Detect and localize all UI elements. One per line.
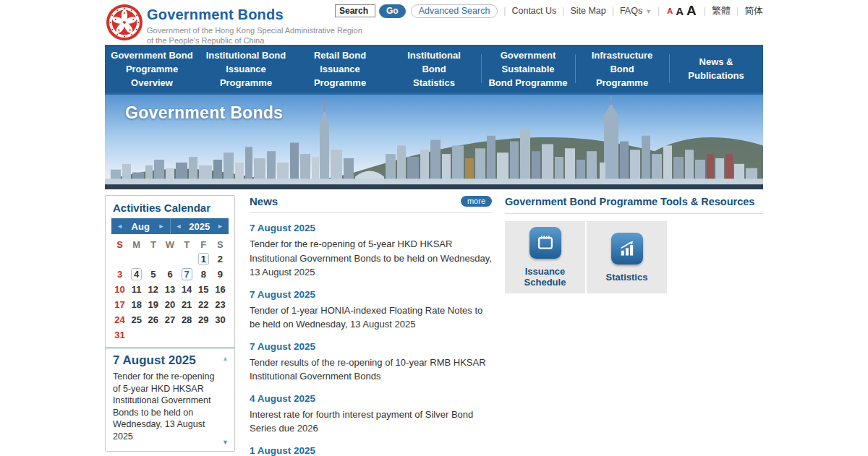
nav-item[interactable]: Institutional BondIssuanceProgramme bbox=[199, 45, 293, 93]
advanced-search-button[interactable]: Advanced Search bbox=[411, 4, 498, 18]
calendar-day-cell bbox=[145, 253, 161, 265]
nav-item[interactable]: InstitutionalBondStatistics bbox=[387, 45, 481, 93]
calendar-day-cell[interactable]: 10 bbox=[111, 283, 128, 296]
calendar-day-cell bbox=[212, 329, 229, 341]
calendar-day-cell[interactable]: 1 bbox=[195, 253, 212, 265]
site-subtitle: Government of the Hong Kong Special Admi… bbox=[147, 25, 362, 46]
nav-item-line: Sustainable bbox=[502, 62, 555, 76]
lang-simplified-chinese-link[interactable]: 简体 bbox=[744, 4, 763, 17]
news-list: 7 August 2025Tender for the re-opening o… bbox=[250, 223, 492, 456]
statistics-tile[interactable]: Statistics bbox=[587, 221, 667, 293]
calendar-day-cell[interactable]: 4 bbox=[128, 268, 145, 280]
nav-item-line: Overview bbox=[131, 76, 173, 90]
calendar-day-cell[interactable]: 7 bbox=[179, 268, 195, 280]
calendar-day-cell bbox=[179, 253, 195, 265]
divider: | bbox=[612, 6, 614, 16]
calendar-day-cell[interactable]: 19 bbox=[145, 298, 161, 311]
calendar-day-cell[interactable]: 30 bbox=[212, 314, 229, 326]
calendar-day-cell[interactable]: 21 bbox=[179, 298, 195, 311]
calendar-day-cell[interactable]: 18 bbox=[128, 298, 145, 311]
prev-month-button[interactable]: ◄ bbox=[116, 223, 123, 230]
news-more-button[interactable]: more bbox=[461, 196, 492, 207]
calendar-day-cell[interactable]: 23 bbox=[212, 298, 229, 311]
news-item-text: Tender for the re-opening of 5-year HKD … bbox=[250, 237, 492, 280]
calendar-day-cell[interactable]: 12 bbox=[145, 283, 161, 296]
nav-item-line: Government bbox=[501, 48, 556, 62]
tools-section: Government Bond Programme Tools & Resour… bbox=[505, 195, 763, 293]
nav-item-line: Bond bbox=[610, 62, 634, 76]
calendar-day-cell[interactable]: 13 bbox=[161, 283, 178, 296]
contact-us-link[interactable]: Contact Us bbox=[511, 6, 556, 16]
news-title: News bbox=[250, 195, 278, 207]
prev-year-button[interactable]: ◄ bbox=[176, 223, 182, 230]
news-item[interactable]: 7 August 2025Tender results of the re-op… bbox=[250, 341, 492, 384]
calendar-day-cell[interactable]: 3 bbox=[111, 268, 128, 280]
calendar-day-cell[interactable]: 15 bbox=[195, 283, 212, 296]
lang-traditional-chinese-link[interactable]: 繁體 bbox=[712, 4, 731, 17]
calendar-day-cell[interactable]: 2 bbox=[212, 253, 229, 265]
calendar-day-cell bbox=[161, 253, 178, 265]
calendar-day-cell[interactable]: 24 bbox=[111, 314, 128, 326]
news-item[interactable]: 7 August 2025Tender of 1-year HONIA-inde… bbox=[250, 289, 492, 332]
page: Government Bonds Government of the Hong … bbox=[105, 0, 763, 45]
nav-item[interactable]: InfrastructureBondProgramme bbox=[575, 45, 669, 93]
calendar-day-header: T bbox=[145, 239, 161, 250]
bar-chart-icon bbox=[611, 233, 643, 264]
event-date: 7 August 2025 bbox=[113, 353, 227, 368]
calendar-day-cell[interactable]: 14 bbox=[179, 283, 195, 296]
scroll-down-icon[interactable]: ▼ bbox=[222, 439, 229, 446]
tile-label: Issuance Schedule bbox=[505, 266, 585, 288]
calendar-day-cell[interactable]: 9 bbox=[212, 268, 229, 280]
calendar-day-cell[interactable]: 28 bbox=[179, 314, 195, 326]
nav-item[interactable]: Government BondProgrammeOverview bbox=[105, 45, 199, 93]
news-item[interactable]: 7 August 2025Tender for the re-opening o… bbox=[250, 223, 492, 280]
calendar-day-cell[interactable]: 26 bbox=[145, 314, 161, 326]
nav-item[interactable]: GovernmentSustainableBond Programme bbox=[481, 45, 575, 93]
calendar-day-cell[interactable]: 17 bbox=[111, 298, 128, 311]
calendar-day-cell bbox=[128, 329, 145, 341]
search-go-button[interactable]: Go bbox=[379, 4, 406, 18]
next-month-button[interactable]: ► bbox=[158, 223, 165, 230]
calendar-day-cell[interactable]: 20 bbox=[161, 298, 178, 311]
hksar-emblem-logo bbox=[106, 4, 142, 40]
calendar-day-cell bbox=[128, 253, 145, 265]
news-item-text: Tender results of the re-opening of 10-y… bbox=[250, 356, 492, 384]
font-size-medium-button[interactable]: A bbox=[676, 5, 684, 17]
nav-item-line: Programme bbox=[126, 62, 178, 76]
calendar-day-cell[interactable]: 29 bbox=[195, 314, 212, 326]
calendar-day-cell[interactable]: 11 bbox=[128, 283, 145, 296]
divider: | bbox=[503, 6, 506, 16]
nav-item-line: Programme bbox=[596, 76, 648, 90]
calendar-day-header: W bbox=[161, 239, 178, 250]
calendar-day-cell[interactable]: 31 bbox=[111, 329, 128, 341]
calendar-day-cell[interactable]: 6 bbox=[161, 268, 178, 280]
news-item[interactable]: 1 August 2025Tender for the re-opening o… bbox=[250, 445, 492, 456]
news-item[interactable]: 4 August 2025Interest rate for fourth in… bbox=[250, 393, 492, 436]
calendar-day-cell[interactable]: 16 bbox=[212, 283, 229, 296]
calendar-event-day[interactable]: 7 bbox=[182, 268, 192, 280]
calendar-event-day[interactable]: 1 bbox=[198, 253, 209, 265]
calendar-month-nav: ◄ Aug ► bbox=[111, 218, 170, 234]
nav-item[interactable]: Retail BondIssuanceProgramme bbox=[293, 45, 387, 93]
faqs-link[interactable]: FAQs▼ bbox=[620, 6, 652, 16]
calendar-day-cell[interactable]: 8 bbox=[195, 268, 212, 280]
font-size-large-button[interactable]: A bbox=[686, 3, 697, 19]
calendar-event-day[interactable]: 4 bbox=[131, 268, 142, 280]
calendar-day-header: S bbox=[111, 239, 128, 250]
site-map-link[interactable]: Site Map bbox=[570, 6, 605, 16]
next-year-button[interactable]: ► bbox=[217, 223, 224, 230]
calendar-day-cell[interactable]: 22 bbox=[195, 298, 212, 311]
scroll-up-icon[interactable]: ▲ bbox=[222, 355, 229, 362]
search-input[interactable] bbox=[335, 4, 375, 17]
nav-item[interactable]: News &Publications bbox=[669, 45, 763, 93]
news-section: News more 7 August 2025Tender for the re… bbox=[250, 195, 492, 456]
nav-item-line: Institutional bbox=[407, 48, 461, 62]
font-size-small-button[interactable]: A bbox=[667, 7, 673, 15]
calendar-day-cell[interactable]: 25 bbox=[128, 314, 145, 326]
calendar-day-header: S bbox=[212, 239, 229, 250]
tools-tiles: Issuance Schedule Statistics bbox=[505, 221, 763, 293]
nav-item-line: Programme bbox=[220, 76, 272, 90]
issuance-schedule-tile[interactable]: Issuance Schedule bbox=[505, 221, 585, 293]
calendar-day-cell[interactable]: 27 bbox=[161, 314, 178, 326]
calendar-day-cell[interactable]: 5 bbox=[145, 268, 161, 280]
